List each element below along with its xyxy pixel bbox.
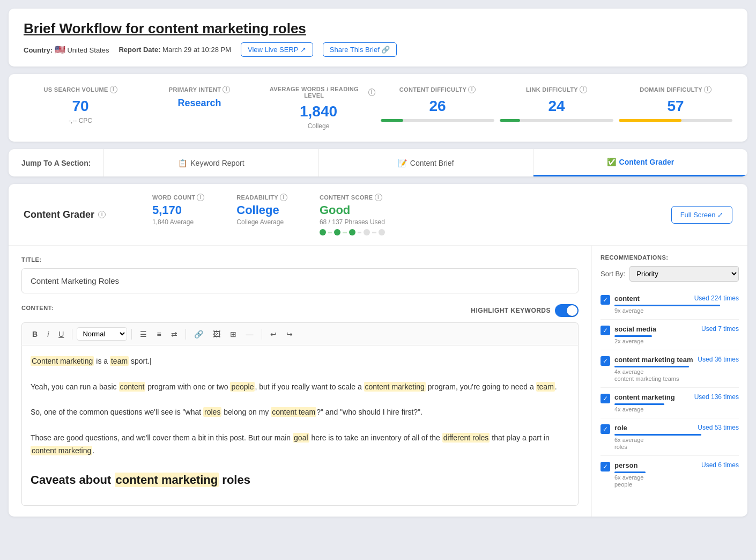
rec-item-person: ✓ person Used 6 times 6x average people <box>601 456 739 493</box>
highlight-content-marketing-2: content marketing <box>364 382 426 392</box>
meta-row: Country: 🇺🇸 United States Report Date: M… <box>24 42 732 57</box>
tab-content-brief-label: Content Brief <box>410 159 454 167</box>
page-title: Brief Workflow for content marketing rol… <box>24 20 732 37</box>
rec-item-role: ✓ role Used 53 times 6x average roles <box>601 418 739 456</box>
highlight-different-roles-1: different roles <box>442 433 490 443</box>
content-brief-icon: 📝 <box>398 159 407 167</box>
sort-by-label: Sort By: <box>601 270 625 278</box>
keyword-report-icon: 📋 <box>178 159 187 167</box>
redo-button[interactable]: ↪ <box>283 328 297 341</box>
rec-checkbox-cmt[interactable]: ✓ <box>601 356 610 366</box>
undo-button[interactable]: ↩ <box>266 328 280 341</box>
editor-panel: TITLE: CONTENT: HIGHLIGHT KEYWORDS B i <box>9 246 592 517</box>
highlight-team-1: team <box>110 356 129 366</box>
info-icon-4: i <box>468 86 476 93</box>
highlight-roles-1: roles <box>203 407 221 417</box>
grader-word-count: WORD COUNT i 5,170 1,840 Average <box>152 194 204 235</box>
highlight-content-1: content <box>119 382 146 392</box>
nav-label: Jump To A Section: <box>9 149 104 176</box>
view-live-serp-button[interactable]: View Live SERP ↗ <box>241 42 313 57</box>
highlight-toggle[interactable]: HIGHLIGHT KEYWORDS <box>471 304 579 317</box>
section-nav: Jump To A Section: 📋 Keyword Report 📝 Co… <box>9 149 747 176</box>
stat-link-difficulty: LINK DIFFICULTY i 24 <box>500 86 613 130</box>
title-input[interactable] <box>21 268 579 293</box>
highlight-goal-1: goal <box>293 433 309 443</box>
editor-toolbar: B i U Normal Heading 1 Heading 2 ☰ ≡ ⇄ 🔗 <box>21 322 579 345</box>
rec-checkbox-person[interactable]: ✓ <box>601 462 610 471</box>
hr-button[interactable]: — <box>242 328 257 341</box>
tab-content-brief[interactable]: 📝 Content Brief <box>319 149 533 176</box>
recommendations-panel: RECOMMENDATIONS: Sort By: Priority Alpha… <box>592 246 747 517</box>
grader-stats: WORD COUNT i 5,170 1,840 Average READABI… <box>152 194 671 235</box>
align-button[interactable]: ⇄ <box>167 328 181 341</box>
rec-list: ✓ content Used 224 times 9x average ✓ <box>601 289 739 493</box>
highlight-content-marketing-3: content marketing <box>31 446 92 455</box>
content-header: CONTENT: HIGHLIGHT KEYWORDS <box>21 304 579 317</box>
image-button[interactable]: 🖼 <box>209 328 224 341</box>
editor-content[interactable]: Content marketing is a team sport.| Yeah… <box>21 345 579 506</box>
highlight-people-1: people <box>230 382 255 392</box>
rec-checkbox-cm[interactable]: ✓ <box>601 394 610 403</box>
tab-keyword-report[interactable]: 📋 Keyword Report <box>104 149 318 176</box>
stats-grid: US SEARCH VOLUME i 70 -,-- CPC PRIMARY I… <box>24 86 732 130</box>
stat-domain-difficulty: DOMAIN DIFFICULTY i 57 <box>619 86 732 130</box>
rec-item-content: ✓ content Used 224 times 9x average <box>601 289 739 320</box>
sort-row: Sort By: Priority Alphabetical Used Time… <box>601 266 739 282</box>
table-button[interactable]: ⊞ <box>226 328 240 341</box>
underline-button[interactable]: U <box>55 328 68 341</box>
flag-icon: 🇺🇸 <box>55 45 65 54</box>
info-icon-3: i <box>368 89 375 96</box>
grader-readability: READABILITY i College College Average <box>236 194 287 235</box>
ordered-list-button[interactable]: ☰ <box>136 328 151 341</box>
stat-primary-intent: PRIMARY INTENT i Research <box>143 86 256 130</box>
grader-title: Content Grader i <box>24 209 131 220</box>
bold-button[interactable]: B <box>28 328 41 341</box>
highlight-content-marketing-1: Content marketing <box>31 356 94 366</box>
highlight-team-2: team <box>536 382 555 392</box>
toolbar-divider-3 <box>186 329 186 340</box>
tab-content-grader[interactable]: ✅ Content Grader <box>533 149 747 176</box>
stat-avg-words: AVERAGE WORDS / READING LEVEL i 1,840 Co… <box>262 86 375 130</box>
stat-content-difficulty: CONTENT DIFFICULTY i 26 <box>381 86 494 130</box>
highlight-content-team-1: content team <box>271 407 316 417</box>
cs-info-icon: i <box>375 194 382 201</box>
report-date: Report Date: March 29 at 10:28 PM <box>118 46 231 54</box>
grader-header: Content Grader i WORD COUNT i 5,170 1,84… <box>9 184 747 246</box>
info-icon-5: i <box>580 86 587 93</box>
unordered-list-button[interactable]: ≡ <box>153 328 165 341</box>
content-grader-icon: ✅ <box>607 158 616 166</box>
editor-area: TITLE: CONTENT: HIGHLIGHT KEYWORDS B i <box>9 246 747 517</box>
format-select[interactable]: Normal Heading 1 Heading 2 <box>77 327 127 341</box>
toggle-switch[interactable] <box>555 304 579 317</box>
full-screen-button[interactable]: Full Screen ⤢ <box>671 206 732 224</box>
toolbar-divider-1 <box>72 329 72 340</box>
share-this-brief-button[interactable]: Share This Brief 🔗 <box>323 42 397 57</box>
rec-checkbox-social-media[interactable]: ✓ <box>601 326 610 335</box>
tab-keyword-report-label: Keyword Report <box>190 159 244 167</box>
rec-item-social-media: ✓ social media Used 7 times 2x average <box>601 320 739 350</box>
page-title-keyword: content marketing roles <box>148 20 306 36</box>
wc-info-icon: i <box>197 194 204 201</box>
read-info-icon: i <box>280 194 287 201</box>
highlight-label: HIGHLIGHT KEYWORDS <box>471 307 551 314</box>
tab-content-grader-label: Content Grader <box>619 158 675 166</box>
grader-info-icon: i <box>98 211 106 218</box>
info-icon-2: i <box>223 86 230 93</box>
info-icon: i <box>110 86 117 93</box>
score-dots <box>320 229 385 235</box>
grader-content-score: CONTENT SCORE i Good 68 / 137 Phrases Us… <box>320 194 385 235</box>
title-section-label: TITLE: <box>21 256 579 263</box>
sort-select[interactable]: Priority Alphabetical Used Times Unused … <box>629 266 739 282</box>
toolbar-divider-2 <box>131 329 132 340</box>
rec-checkbox-content[interactable]: ✓ <box>601 295 610 305</box>
stats-card: US SEARCH VOLUME i 70 -,-- CPC PRIMARY I… <box>9 74 747 142</box>
rec-item-content-marketing: ✓ content marketing Used 136 times 4x av… <box>601 388 739 418</box>
grader-card: Content Grader i WORD COUNT i 5,170 1,84… <box>9 184 747 517</box>
link-button[interactable]: 🔗 <box>190 328 207 341</box>
recommendations-label: RECOMMENDATIONS: <box>601 254 739 261</box>
rec-checkbox-role[interactable]: ✓ <box>601 424 610 434</box>
italic-button[interactable]: i <box>43 328 53 341</box>
toggle-knob <box>567 305 577 316</box>
stat-search-volume: US SEARCH VOLUME i 70 -,-- CPC <box>24 86 137 130</box>
country-name: United States <box>67 46 109 54</box>
